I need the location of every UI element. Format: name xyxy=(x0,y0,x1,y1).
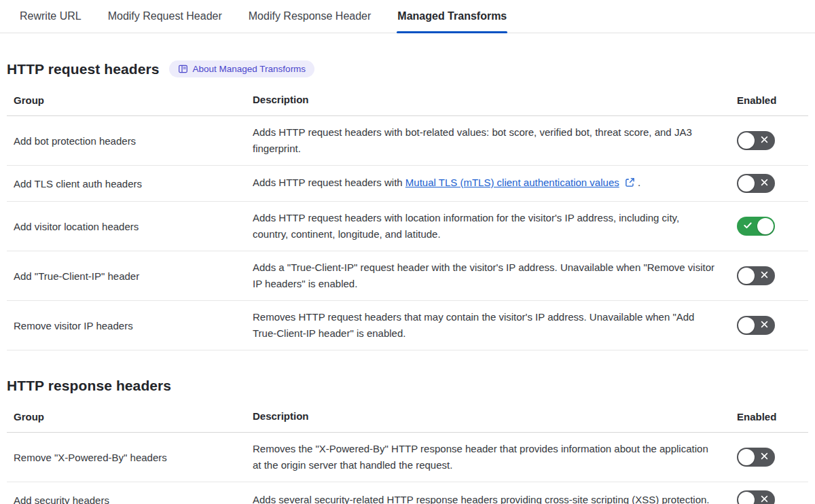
x-icon xyxy=(760,178,769,189)
column-header-group: Group xyxy=(7,93,253,107)
table-row: Add "True-Client-IP" header Adds a "True… xyxy=(7,251,808,301)
external-link-icon xyxy=(625,178,638,190)
table-row: Add TLS client auth headers Adds HTTP re… xyxy=(7,166,808,202)
request-headers-section-head: HTTP request headers About Managed Trans… xyxy=(7,60,808,77)
response-headers-table: Group Description Enabled Remove "X-Powe… xyxy=(7,403,808,504)
description-text: Adds several security-related HTTP respo… xyxy=(253,492,737,504)
tab-managed-transforms[interactable]: Managed Transforms xyxy=(397,0,507,33)
check-icon xyxy=(743,221,753,232)
table-row: Add bot protection headers Adds HTTP req… xyxy=(7,116,808,166)
description-text: Adds HTTP request headers with location … xyxy=(253,210,737,242)
group-label: Remove "X-Powered-By" headers xyxy=(7,450,253,465)
table-row: Remove visitor IP headers Removes HTTP r… xyxy=(7,301,808,350)
table-header-row: Group Description Enabled xyxy=(7,403,808,433)
request-headers-table: Group Description Enabled Add bot protec… xyxy=(7,87,808,350)
tab-rewrite-url[interactable]: Rewrite URL xyxy=(19,0,82,33)
table-row: Remove "X-Powered-By" headers Removes th… xyxy=(7,433,808,482)
description-text: Adds HTTP request headers with Mutual TL… xyxy=(253,175,737,192)
toggle-knob xyxy=(738,132,755,149)
description-text: Adds a "True-Client-IP" request header w… xyxy=(253,259,737,292)
toggle-knob xyxy=(738,317,755,334)
enabled-toggle[interactable] xyxy=(737,266,775,285)
column-header-enabled: Enabled xyxy=(737,94,808,106)
tab-bar: Rewrite URL Modify Request Header Modify… xyxy=(0,0,815,33)
x-icon xyxy=(760,270,769,281)
group-label: Add visitor location headers xyxy=(7,219,253,234)
x-icon xyxy=(760,452,769,463)
x-icon xyxy=(760,135,769,146)
x-icon xyxy=(760,320,769,331)
enabled-toggle[interactable] xyxy=(737,490,775,504)
book-icon xyxy=(178,64,188,74)
enabled-toggle[interactable] xyxy=(737,448,775,467)
column-header-enabled: Enabled xyxy=(737,411,808,422)
description-text: Removes HTTP request headers that may co… xyxy=(253,309,737,342)
toggle-knob xyxy=(738,449,755,465)
managed-transforms-panel: HTTP request headers About Managed Trans… xyxy=(0,60,815,504)
x-icon xyxy=(760,494,769,504)
toggle-knob xyxy=(738,175,755,192)
group-label: Add "True-Client-IP" header xyxy=(7,269,253,283)
column-header-description: Description xyxy=(253,92,737,108)
table-row: Add security headers Adds several securi… xyxy=(7,482,808,504)
description-text: Adds HTTP request headers with bot-relat… xyxy=(253,124,737,157)
group-label: Remove visitor IP headers xyxy=(7,319,253,333)
section-title-request: HTTP request headers xyxy=(7,61,160,77)
description-link[interactable]: Mutual TLS (mTLS) client authentication … xyxy=(405,177,619,188)
column-header-group: Group xyxy=(7,410,253,424)
section-title-response: HTTP response headers xyxy=(7,378,171,394)
tab-modify-response-header[interactable]: Modify Response Header xyxy=(248,0,372,33)
toggle-knob xyxy=(738,492,755,504)
about-managed-transforms-link[interactable]: About Managed Transforms xyxy=(169,60,315,77)
group-label: Add TLS client auth headers xyxy=(7,177,253,191)
description-text: Removes the "X-Powered-By" HTTP response… xyxy=(253,441,737,473)
enabled-toggle[interactable] xyxy=(737,217,775,236)
toggle-knob xyxy=(738,268,755,284)
table-row: Add visitor location headers Adds HTTP r… xyxy=(7,202,808,251)
response-headers-section-head: HTTP response headers xyxy=(7,378,808,394)
column-header-description: Description xyxy=(253,408,737,425)
enabled-toggle[interactable] xyxy=(737,316,775,335)
enabled-toggle[interactable] xyxy=(737,131,775,150)
group-label: Add security headers xyxy=(7,493,253,504)
toggle-knob xyxy=(757,218,774,234)
enabled-toggle[interactable] xyxy=(737,174,775,193)
group-label: Add bot protection headers xyxy=(7,134,253,148)
table-header-row: Group Description Enabled xyxy=(7,87,808,116)
badge-label: About Managed Transforms xyxy=(193,64,306,74)
tab-modify-request-header[interactable]: Modify Request Header xyxy=(107,0,223,33)
